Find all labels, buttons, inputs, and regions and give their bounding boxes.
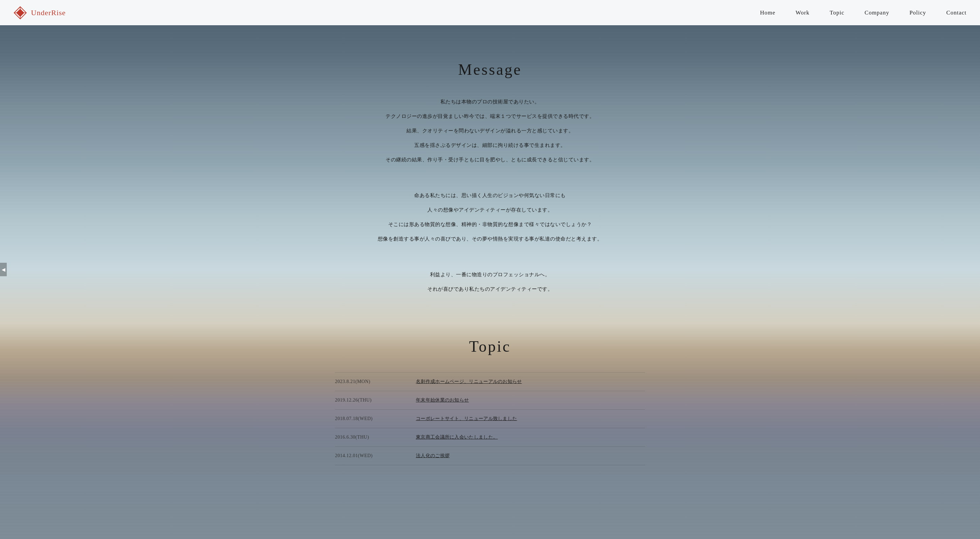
message-line: 私たちは本物のプロの技術屋でありたい。 [378, 95, 603, 108]
nav: Home Work Topic Company Policy Contact [760, 10, 967, 16]
message-title: Message [378, 60, 603, 78]
nav-policy[interactable]: Policy [910, 10, 926, 16]
topic-list: 2023.8.21(MON)名刺作成ホームページ、リニューアルのお知らせ2019… [335, 372, 645, 465]
message-line: その継続の結果、作り手・受け手ともに目を肥やし、ともに成長できると信じています。 [378, 153, 603, 166]
nav-work[interactable]: Work [795, 10, 810, 16]
message-line: 五感を揺さぶるデザインは、細部に拘り続ける事で生まれます。 [378, 139, 603, 152]
message-section: Message 私たちは本物のプロの技術屋でありたい。テクノロジーの進歩が目覚ま… [371, 40, 609, 311]
topic-date: 2018.07.18(WED) [335, 416, 396, 421]
topic-date: 2023.8.21(MON) [335, 379, 396, 384]
message-line [378, 168, 603, 181]
message-line: そこには形ある物質的な想像、精神的・非物質的な想像まで様々ではないでしょうか？ [378, 218, 603, 231]
nav-topic[interactable]: Topic [830, 10, 844, 16]
header: UnderRise Home Work Topic Company Policy… [0, 0, 980, 25]
message-line: 命ある私たちには、思い描く人生のビジョンや何気ない日常にも [378, 189, 603, 202]
topic-link[interactable]: 年末年始休業のお知らせ [416, 397, 469, 403]
topic-title: Topic [335, 337, 645, 355]
message-line: 想像を創造する事が人々の喜びであり、その夢や情熱を実現する事が私達の使命だと考え… [378, 232, 603, 246]
topic-section: Topic 2023.8.21(MON)名刺作成ホームページ、リニューアルのお知… [321, 311, 659, 485]
topic-date: 2016.6.30(THU) [335, 434, 396, 440]
logo[interactable]: UnderRise [13, 6, 66, 19]
message-body: 私たちは本物のプロの技術屋でありたい。テクノロジーの進歩が目覚ましい昨今では、端… [378, 95, 603, 296]
topic-item: 2016.6.30(THU)東京商工会議所に入会いたしました。 [335, 428, 645, 447]
message-line: テクノロジーの進歩が目覚ましい昨今では、端末１つでサービスを提供できる時代です。 [378, 110, 603, 123]
nav-company[interactable]: Company [865, 10, 889, 16]
message-line: 利益より、一番に物造りのプロフェッショナルへ。 [378, 268, 603, 281]
left-arrow[interactable]: ◀ [0, 263, 7, 276]
message-line [378, 247, 603, 260]
topic-item: 2018.07.18(WED)コーポレートサイト、リニューアル致しました [335, 410, 645, 428]
topic-date: 2019.12.26(THU) [335, 397, 396, 403]
message-line: 人々の想像やアイデンティティーが存在しています。 [378, 204, 603, 216]
topic-link[interactable]: 法人化のご挨拶 [416, 453, 450, 459]
nav-contact[interactable]: Contact [946, 10, 967, 16]
topic-link[interactable]: 東京商工会議所に入会いたしました。 [416, 434, 498, 440]
topic-link[interactable]: 名刺作成ホームページ、リニューアルのお知らせ [416, 378, 522, 385]
logo-text: UnderRise [31, 8, 66, 17]
logo-icon [13, 6, 27, 19]
topic-item: 2014.12.01(WED)法人化のご挨拶 [335, 447, 645, 465]
topic-link[interactable]: コーポレートサイト、リニューアル致しました [416, 416, 517, 422]
nav-home[interactable]: Home [760, 10, 775, 16]
message-line: 結果、クオリティーを問わないデザインが溢れる一方と感じています。 [378, 124, 603, 137]
message-line: それが喜びであり私たちのアイデンティティーです。 [378, 283, 603, 296]
topic-item: 2019.12.26(THU)年末年始休業のお知らせ [335, 391, 645, 410]
hero-section: Message 私たちは本物のプロの技術屋でありたい。テクノロジーの進歩が目覚ま… [0, 0, 980, 539]
topic-item: 2023.8.21(MON)名刺作成ホームページ、リニューアルのお知らせ [335, 372, 645, 391]
topic-date: 2014.12.01(WED) [335, 453, 396, 458]
